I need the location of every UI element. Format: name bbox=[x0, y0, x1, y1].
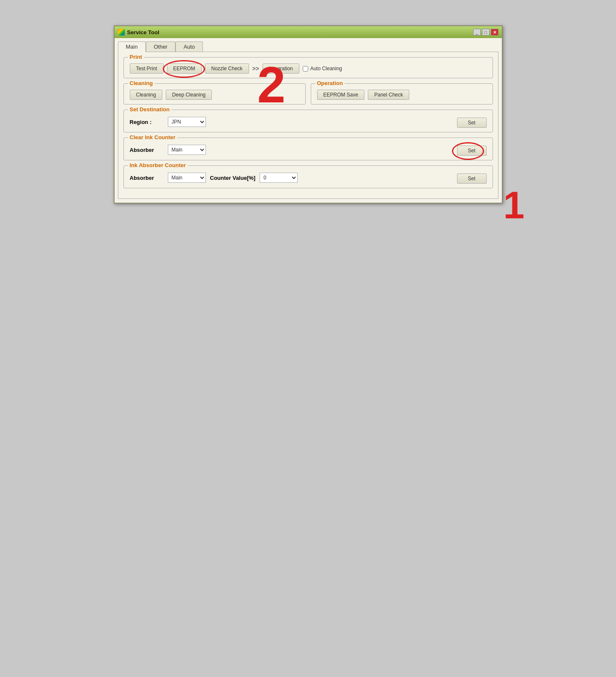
cleaning-operation-row: Cleaning Cleaning Deep Cleaning Operatio… bbox=[123, 83, 493, 110]
tabs: Main Other Auto bbox=[118, 41, 498, 52]
auto-cleaning-checkbox-label[interactable]: Auto Cleaning bbox=[303, 66, 342, 72]
integration-button[interactable]: Integration bbox=[263, 63, 299, 74]
set-destination-button[interactable]: Set bbox=[457, 118, 487, 128]
clear-ink-counter-title: Clear Ink Counter bbox=[128, 134, 177, 140]
counter-value-select[interactable]: 0 10 20 30 bbox=[260, 173, 298, 183]
operation-section-title: Operation bbox=[315, 80, 345, 86]
window-controls: _ □ ✕ bbox=[473, 29, 498, 36]
tab-main[interactable]: Main bbox=[118, 41, 146, 52]
ink-absorber-row: Absorber Main Sub Counter Value[%] 0 10 … bbox=[130, 171, 457, 183]
cleaning-button[interactable]: Cleaning bbox=[130, 90, 162, 100]
operation-section-body: EEPROM Save Panel Check bbox=[317, 88, 487, 100]
clear-ink-set-button[interactable]: Set bbox=[457, 146, 487, 156]
panel-check-button[interactable]: Panel Check bbox=[368, 90, 409, 100]
more-arrow[interactable]: >> bbox=[252, 65, 259, 72]
title-bar: Service Tool _ □ ✕ bbox=[115, 26, 502, 38]
absorber-select[interactable]: Main Sub bbox=[168, 145, 206, 155]
app-icon bbox=[118, 29, 125, 36]
window-title: Service Tool bbox=[127, 29, 159, 36]
close-button[interactable]: ✕ bbox=[491, 29, 498, 36]
minimize-button[interactable]: _ bbox=[473, 29, 481, 36]
ink-absorber-set-btn-container: Set bbox=[457, 173, 487, 184]
set-destination-body: Region : JPN USA EUR Set bbox=[130, 114, 487, 128]
nozzle-check-button[interactable]: Nozzle Check bbox=[205, 63, 249, 74]
eeprom-button[interactable]: EEPROM bbox=[167, 63, 202, 74]
absorber-label: Absorber bbox=[130, 147, 164, 153]
ink-absorber-counter-body: Absorber Main Sub Counter Value[%] 0 10 … bbox=[130, 170, 487, 184]
print-section-title: Print bbox=[128, 54, 144, 60]
eeprom-save-button[interactable]: EEPROM Save bbox=[317, 90, 365, 100]
window-content: Main Other Auto Print Test Print EEPROM … bbox=[115, 38, 502, 203]
annotation-1: 1 bbox=[503, 186, 524, 224]
ink-absorber-set-button[interactable]: Set bbox=[457, 173, 487, 184]
ink-absorber-counter-title: Ink Absorber Counter bbox=[128, 162, 188, 168]
deep-cleaning-button[interactable]: Deep Cleaning bbox=[166, 90, 212, 100]
ink-absorber-label: Absorber bbox=[130, 175, 164, 181]
print-section: Print Test Print EEPROM Nozzle Check >> … bbox=[123, 57, 493, 78]
tab-other[interactable]: Other bbox=[146, 41, 176, 52]
operation-section: Operation EEPROM Save Panel Check bbox=[311, 83, 493, 105]
clear-ink-counter-body: Absorber Main Sub Set bbox=[130, 142, 487, 156]
test-print-button[interactable]: Test Print bbox=[130, 63, 164, 74]
set-destination-btn-container: Set bbox=[457, 118, 487, 128]
clear-ink-set-btn-container: Set bbox=[457, 146, 487, 156]
ink-absorber-select[interactable]: Main Sub bbox=[168, 173, 206, 183]
region-select[interactable]: JPN USA EUR bbox=[168, 117, 206, 127]
set-destination-section: Set Destination Region : JPN USA EUR Set bbox=[123, 110, 493, 132]
auto-cleaning-checkbox[interactable] bbox=[303, 66, 308, 72]
cleaning-section-body: Cleaning Deep Cleaning bbox=[130, 88, 299, 100]
print-section-body: Test Print EEPROM Nozzle Check >> Integr… bbox=[130, 62, 487, 74]
maximize-button[interactable]: □ bbox=[482, 29, 490, 36]
absorber-row: Absorber Main Sub bbox=[130, 143, 457, 155]
counter-value-label: Counter Value[%] bbox=[210, 175, 256, 181]
eeprom-button-container: EEPROM bbox=[167, 63, 202, 74]
title-bar-left: Service Tool bbox=[118, 29, 159, 36]
region-label: Region : bbox=[130, 119, 164, 125]
region-row: Region : JPN USA EUR bbox=[130, 115, 457, 127]
auto-cleaning-label: Auto Cleaning bbox=[310, 66, 342, 72]
cleaning-section-title: Cleaning bbox=[128, 80, 155, 86]
set-destination-title: Set Destination bbox=[128, 106, 172, 113]
ink-absorber-counter-section: Ink Absorber Counter Absorber Main Sub C… bbox=[123, 165, 493, 188]
tab-content-main: Print Test Print EEPROM Nozzle Check >> … bbox=[118, 52, 498, 199]
clear-ink-counter-section: Clear Ink Counter Absorber Main Sub Set bbox=[123, 138, 493, 160]
tab-auto[interactable]: Auto bbox=[175, 41, 203, 52]
cleaning-section: Cleaning Cleaning Deep Cleaning bbox=[123, 83, 306, 105]
set-circle-annotation: Set bbox=[457, 146, 487, 156]
service-tool-window: Service Tool _ □ ✕ Main Other Auto Print bbox=[114, 25, 503, 204]
